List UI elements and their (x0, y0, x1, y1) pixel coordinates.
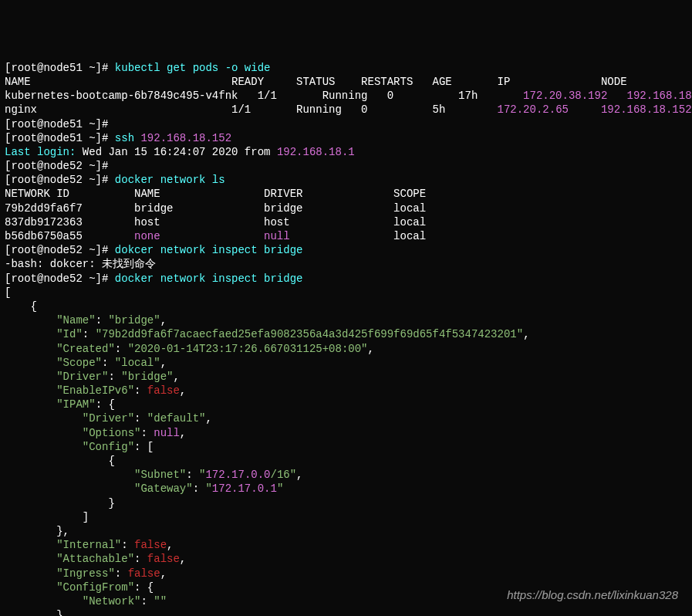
json-colon: : (193, 482, 206, 495)
table-header: NAME READY STATUS RESTARTS AGE IP NODE (5, 76, 627, 88)
json-colon: : (134, 553, 147, 565)
json-comma: , (296, 469, 302, 481)
json-key: "Internal" (5, 539, 121, 551)
json-brace: : { (134, 581, 154, 594)
network-name: none (134, 230, 160, 242)
json-null: null (154, 427, 180, 439)
json-key: "ConfigFrom" (5, 581, 134, 594)
json-comma: , (180, 427, 186, 439)
json-brace: }, (5, 525, 69, 537)
json-key: "Subnet" (5, 469, 186, 481)
command-text: dokcer network inspect bridge (115, 244, 303, 256)
json-brace: { (5, 455, 115, 467)
json-bracket: : [ (134, 441, 154, 453)
json-value: "2020-01-14T23:17:26.667031125+08:00" (128, 343, 368, 355)
json-comma: , (180, 384, 186, 397)
json-comma: , (160, 314, 167, 327)
json-brace: { (5, 300, 37, 313)
table-row: kubernetes-bootcamp-6b7849c495-v4fnk 1/1… (5, 90, 523, 102)
json-key: "Options" (5, 427, 140, 439)
prompt: [root@node51 ~]# (5, 62, 115, 74)
spacer (160, 230, 264, 242)
json-colon: : (83, 328, 96, 340)
json-comma: , (160, 357, 167, 369)
json-key: "Id" (5, 328, 83, 340)
json-quote: " (277, 482, 283, 495)
ip-value: 172.20.38.192 (523, 90, 607, 102)
json-key: "Driver" (5, 412, 134, 425)
table-row: nginx 1/1 Running 0 5h (5, 103, 498, 116)
json-bool: false (147, 384, 180, 397)
spacer (607, 90, 626, 102)
json-comma: , (160, 567, 167, 580)
json-comma: , (180, 553, 186, 565)
table-row: 79b2dd9fa6f7 bridge bridge local (5, 202, 426, 215)
node-value: 192.168.18.153 (627, 90, 692, 102)
json-value: "79b2dd9fa6f7acaecfaed25efa9082356a4a3d4… (96, 328, 524, 340)
json-bracket: [ (5, 286, 11, 299)
json-bool: false (147, 553, 180, 565)
json-bool: false (128, 567, 160, 580)
error-text: -bash: dokcer: 未找到命令 (5, 258, 156, 270)
json-comma: , (523, 328, 529, 340)
command-text: docker network inspect bridge (115, 272, 303, 285)
json-value: "local" (115, 357, 160, 369)
prompt: [root@node52 ~]# (5, 174, 115, 186)
network-scope: local (290, 230, 426, 242)
watermark-text: https://blog.csdn.net/lixinkuan328 (507, 587, 678, 603)
json-key: "Ingress" (5, 567, 115, 580)
json-quote: /16" (270, 469, 296, 481)
prompt: [root@node52 ~]# (5, 160, 115, 172)
table-row: 837db9172363 host host local (5, 216, 426, 228)
prompt: [root@node52 ~]# (5, 272, 115, 285)
json-colon: : (96, 314, 109, 327)
json-brace: } (5, 497, 115, 509)
json-colon: : (115, 343, 128, 355)
json-colon: : (140, 595, 154, 608)
last-login-time: Wed Jan 15 16:24:07 2020 from (76, 146, 276, 158)
table-row-id: b56db6750a55 (5, 230, 134, 242)
spacer (569, 103, 601, 116)
json-key: "Name" (5, 314, 96, 327)
terminal-output[interactable]: [root@node51 ~]# kubectl get pods -o wid… (5, 61, 687, 616)
json-colon: : (108, 371, 121, 383)
json-key: "Network" (5, 595, 140, 608)
json-bracket: ] (5, 511, 89, 523)
json-key: "Driver" (5, 371, 108, 383)
last-login-label: Last login: (5, 146, 76, 158)
json-colon: : (186, 469, 199, 481)
network-driver: null (264, 230, 290, 242)
json-colon: : (134, 384, 147, 397)
command-text: kubectl get pods -o wide (115, 62, 271, 74)
json-key: "Scope" (5, 357, 102, 369)
json-value: "" (154, 595, 167, 608)
json-key: "Config" (5, 441, 134, 453)
subnet-ip: 172.17.0.0 (205, 469, 270, 481)
prompt: [root@node52 ~]# (5, 244, 115, 256)
json-comma: , (173, 371, 179, 383)
json-key: "EnableIPv6" (5, 384, 134, 397)
last-login-ip: 192.168.18.1 (277, 146, 355, 158)
ssh-ip: 192.168.18.152 (140, 132, 231, 144)
prompt: [root@node51 ~]# (5, 132, 115, 144)
json-value: "bridge" (108, 314, 160, 327)
json-value: "bridge" (121, 371, 173, 383)
json-value: "default" (147, 412, 206, 425)
json-colon: : (121, 539, 134, 551)
json-colon: : (140, 427, 154, 439)
json-comma: , (205, 412, 211, 425)
json-key: "IPAM" (5, 398, 96, 411)
json-comma: , (368, 343, 374, 355)
json-quote: " (205, 482, 211, 495)
json-bool: false (134, 539, 167, 551)
json-key: "Attachable" (5, 553, 134, 565)
command-text: ssh (115, 132, 141, 144)
json-colon: : (102, 357, 115, 369)
json-brace: }, (5, 609, 69, 616)
table-header: NETWORK ID NAME DRIVER SCOPE (5, 188, 426, 200)
json-comma: , (167, 539, 173, 551)
command-text: docker network ls (115, 174, 225, 186)
json-key: "Gateway" (5, 482, 193, 495)
ip-value: 172.20.2.65 (498, 103, 569, 116)
json-colon: : (134, 412, 147, 425)
